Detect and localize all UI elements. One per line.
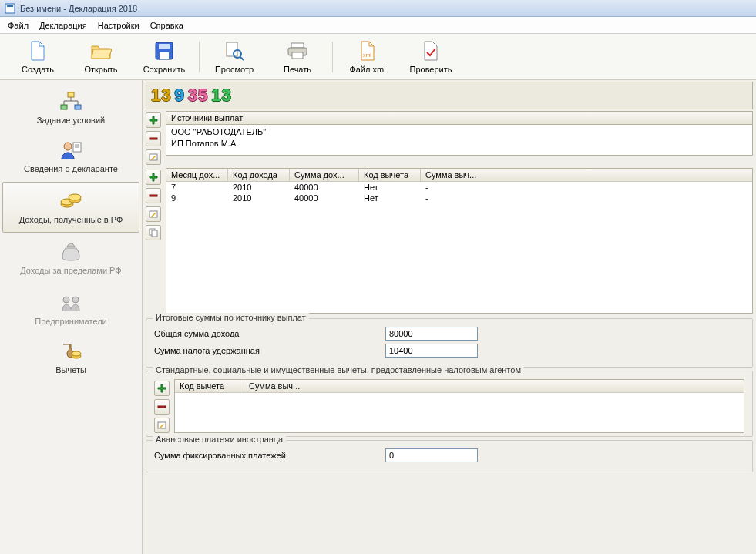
rate-tab-35[interactable]: 35 <box>188 86 208 106</box>
toolbar-xml-button[interactable]: xml Файл xml <box>336 36 399 78</box>
cell-dedcode: Нет <box>359 193 421 203</box>
person-card-icon <box>59 139 82 161</box>
total-income-input[interactable] <box>385 327 478 341</box>
col-deduction-sum[interactable]: Сумма выч... <box>421 169 490 181</box>
nav-income-foreign-label: Доходы за пределами РФ <box>20 266 121 275</box>
deductions-side-buttons <box>154 379 171 433</box>
sources-panel: Источники выплат ООО "РАБОТОДАТЕЛЬ" ИП П… <box>146 111 753 165</box>
col-income-code[interactable]: Код дохода <box>228 169 290 181</box>
rate-tab-9[interactable]: 9 <box>174 86 184 106</box>
col-month[interactable]: Месяц дох... <box>166 169 228 181</box>
col-deduction-code[interactable]: Код вычета <box>359 169 421 181</box>
advance-legend: Авансовые платежи иностранца <box>153 435 286 444</box>
menubar: Файл Декларация Настройки Справка <box>0 17 756 34</box>
nav-declarant[interactable]: Сведения о декларанте <box>0 131 142 182</box>
hierarchy-icon <box>59 91 82 112</box>
minus-icon <box>149 191 158 200</box>
svg-rect-13 <box>61 105 67 109</box>
window-title: Без имени - Декларация 2018 <box>20 4 137 13</box>
plus-icon <box>149 173 158 182</box>
titlebar: Без имени - Декларация 2018 <box>0 0 756 17</box>
rate-tab-13a[interactable]: 13 <box>151 86 171 106</box>
toolbar-check-button[interactable]: Проверить <box>399 36 462 78</box>
toolbar-open-button[interactable]: Открыть <box>69 36 133 78</box>
svg-rect-3 <box>159 44 170 49</box>
svg-point-23 <box>63 297 69 303</box>
income-table-body[interactable]: 7 2010 40000 Нет - 9 2010 40000 Нет - <box>166 182 752 313</box>
advance-input[interactable] <box>385 448 478 462</box>
toolbar-save-button[interactable]: Сохранить <box>133 36 196 78</box>
svg-line-7 <box>240 57 244 60</box>
cell-code: 2010 <box>228 182 290 193</box>
nav-income-foreign: Доходы за пределами РФ <box>0 233 142 284</box>
sources-remove-button[interactable] <box>146 131 161 146</box>
new-file-icon <box>29 40 47 62</box>
income-add-button[interactable] <box>146 170 161 185</box>
svg-point-22 <box>69 194 81 200</box>
cell-dedcode: Нет <box>359 182 421 193</box>
agent-deductions-legend: Стандартные, социальные и имущественные … <box>153 365 524 374</box>
agent-deductions-table[interactable]: Код вычета Сумма выч... <box>174 379 744 433</box>
col-deduction-code[interactable]: Код вычета <box>175 380 244 392</box>
xml-file-icon: xml <box>358 40 377 62</box>
sources-edit-button[interactable] <box>146 149 161 165</box>
svg-rect-12 <box>68 92 74 97</box>
rate-tab-13b[interactable]: 13 <box>211 86 231 106</box>
edit-card-icon <box>149 210 158 219</box>
toolbar-save-label: Сохранить <box>143 65 186 74</box>
side-navigation: Задание условий Сведения о декларанте До… <box>0 80 143 554</box>
income-edit-button[interactable] <box>146 206 161 222</box>
cell-sum: 40000 <box>290 182 359 193</box>
svg-rect-14 <box>75 105 81 109</box>
sources-add-button[interactable] <box>146 112 161 128</box>
vase-coins-icon <box>59 341 82 362</box>
svg-rect-10 <box>292 52 303 59</box>
table-row[interactable]: 7 2010 40000 Нет - <box>166 182 752 193</box>
cell-dedsum: - <box>421 193 490 203</box>
toolbar-create-label: Создать <box>22 65 54 74</box>
menu-declaration[interactable]: Декларация <box>39 21 87 30</box>
copy-icon <box>149 228 158 237</box>
toolbar-separator <box>199 42 200 72</box>
menu-file[interactable]: Файл <box>8 21 29 30</box>
toolbar-xml-label: Файл xml <box>349 65 385 74</box>
sources-list[interactable]: ООО "РАБОТОДАТЕЛЬ" ИП Потапов М.А. <box>166 125 753 156</box>
advance-groupbox: Авансовые платежи иностранца Сумма фикси… <box>146 440 753 472</box>
menu-help[interactable]: Справка <box>150 21 183 30</box>
deductions-add-button[interactable] <box>154 381 170 396</box>
toolbar-print-button[interactable]: Печать <box>266 36 329 78</box>
main-toolbar: Создать Открыть Сохранить Просмотр Печат… <box>0 34 756 80</box>
svg-rect-27 <box>150 138 157 139</box>
nav-income-rf[interactable]: Доходы, полученные в РФ <box>2 182 139 233</box>
income-remove-button[interactable] <box>146 188 161 203</box>
cell-sum: 40000 <box>290 193 359 203</box>
toolbar-preview-button[interactable]: Просмотр <box>203 36 266 78</box>
totals-legend: Итоговые суммы по источнику выплат <box>153 313 309 322</box>
source-row[interactable]: ИП Потапов М.А. <box>171 138 748 149</box>
nav-deductions[interactable]: Вычеты <box>0 334 142 381</box>
source-row[interactable]: ООО "РАБОТОДАТЕЛЬ" <box>171 126 748 138</box>
table-row[interactable]: 9 2010 40000 Нет - <box>166 193 752 203</box>
nav-conditions[interactable]: Задание условий <box>0 85 142 131</box>
col-income-sum[interactable]: Сумма дох... <box>290 169 359 181</box>
col-deduction-sum[interactable]: Сумма выч... <box>244 380 321 392</box>
cell-month: 9 <box>166 193 228 203</box>
coins-icon <box>59 190 82 212</box>
edit-card-icon <box>157 421 166 430</box>
totals-groupbox: Итоговые суммы по источнику выплат Общая… <box>146 318 753 368</box>
svg-rect-1 <box>7 5 13 7</box>
nav-deductions-label: Вычеты <box>55 365 86 374</box>
tax-withheld-input[interactable] <box>385 344 478 358</box>
toolbar-create-button[interactable]: Создать <box>6 36 69 78</box>
svg-rect-4 <box>160 52 169 59</box>
svg-rect-29 <box>150 195 157 196</box>
deductions-edit-button[interactable] <box>154 418 170 433</box>
income-table: Месяц дох... Код дохода Сумма дох... Код… <box>166 168 753 314</box>
menu-settings[interactable]: Настройки <box>98 21 139 30</box>
check-file-icon <box>422 40 440 62</box>
income-copy-button[interactable] <box>146 225 161 240</box>
edit-card-icon <box>149 153 158 162</box>
toolbar-preview-label: Просмотр <box>215 65 254 74</box>
tax-withheld-label: Сумма налога удержанная <box>154 346 378 355</box>
deductions-remove-button[interactable] <box>154 399 170 415</box>
